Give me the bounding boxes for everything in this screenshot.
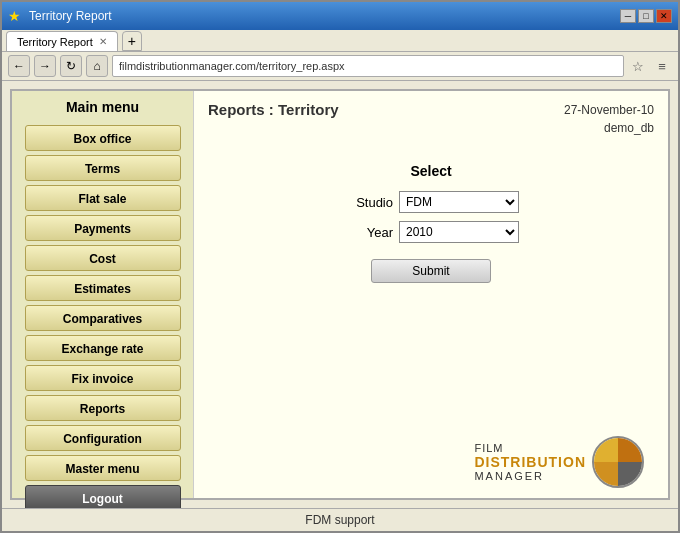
sidebar-item-payments[interactable]: Payments — [25, 215, 181, 241]
sidebar-item-flat-sale[interactable]: Flat sale — [25, 185, 181, 211]
sidebar-item-box-office[interactable]: Box office — [25, 125, 181, 151]
sidebar-item-exchange-rate[interactable]: Exchange rate — [25, 335, 181, 361]
tab-label: Territory Report — [17, 36, 93, 48]
panel-header: Reports : Territory 27-November-10 demo_… — [208, 101, 654, 137]
logo-distribution-text: DISTRIBUTION — [474, 454, 586, 470]
logo-quadrant-2 — [618, 438, 642, 462]
logo-text: film DISTRIBUTION Manager — [474, 442, 586, 482]
address-bar[interactable]: filmdistributionmanager.com/territory_re… — [112, 55, 624, 77]
panel-date: 27-November-10 — [564, 101, 654, 119]
sidebar-item-estimates[interactable]: Estimates — [25, 275, 181, 301]
forward-button[interactable]: → — [34, 55, 56, 77]
sidebar-item-reports[interactable]: Reports — [25, 395, 181, 421]
title-bar-icon: ★ — [8, 8, 21, 24]
submit-button[interactable]: Submit — [371, 259, 491, 283]
tab-bar: Territory Report ✕ + — [2, 30, 678, 52]
window-controls: ─ □ ✕ — [620, 9, 672, 23]
logo-quadrant-3 — [594, 462, 618, 486]
new-tab-button[interactable]: + — [122, 31, 142, 51]
app-window: ★ Territory Report ─ □ ✕ Territory Repor… — [0, 0, 680, 533]
studio-row: Studio FDM — [343, 191, 519, 213]
sidebar: Main menu Box office Terms Flat sale Pay… — [12, 91, 194, 498]
minimize-button[interactable]: ─ — [620, 9, 636, 23]
form-section-title: Select — [410, 163, 451, 179]
sidebar-item-fix-invoice[interactable]: Fix invoice — [25, 365, 181, 391]
sidebar-item-master-menu[interactable]: Master menu — [25, 455, 181, 481]
year-select[interactable]: 2010 — [399, 221, 519, 243]
main-panel: Reports : Territory 27-November-10 demo_… — [194, 91, 668, 498]
tab-close-button[interactable]: ✕ — [99, 36, 107, 47]
logo-box: film DISTRIBUTION Manager — [474, 436, 644, 488]
studio-label: Studio — [343, 195, 393, 210]
sidebar-item-configuration[interactable]: Configuration — [25, 425, 181, 451]
bookmark-icon[interactable]: ☆ — [628, 56, 648, 76]
logo-manager-text: Manager — [474, 470, 586, 482]
sidebar-item-logout[interactable]: Logout — [25, 485, 181, 508]
sidebar-item-comparatives[interactable]: Comparatives — [25, 305, 181, 331]
content-area: Main menu Box office Terms Flat sale Pay… — [2, 81, 678, 508]
panel-title: Reports : Territory — [208, 101, 339, 118]
back-button[interactable]: ← — [8, 55, 30, 77]
sidebar-item-cost[interactable]: Cost — [25, 245, 181, 271]
tools-icon[interactable]: ≡ — [652, 56, 672, 76]
form-section: Select Studio FDM Year 2010 Submit — [208, 163, 654, 283]
title-bar-text: Territory Report — [29, 9, 612, 23]
sidebar-title: Main menu — [66, 99, 139, 115]
title-bar: ★ Territory Report ─ □ ✕ — [2, 2, 678, 30]
year-label: Year — [343, 225, 393, 240]
year-row: Year 2010 — [343, 221, 519, 243]
tab-territory-report[interactable]: Territory Report ✕ — [6, 31, 118, 51]
logo-quadrant-1 — [594, 438, 618, 462]
footer-bar: FDM support — [2, 508, 678, 531]
refresh-button[interactable]: ↻ — [60, 55, 82, 77]
logo-area: film DISTRIBUTION Manager — [208, 426, 654, 488]
logo-circle — [592, 436, 644, 488]
close-button[interactable]: ✕ — [656, 9, 672, 23]
panel-db: demo_db — [564, 119, 654, 137]
maximize-button[interactable]: □ — [638, 9, 654, 23]
studio-select[interactable]: FDM — [399, 191, 519, 213]
nav-bar: ← → ↻ ⌂ filmdistributionmanager.com/terr… — [2, 52, 678, 81]
url-text: filmdistributionmanager.com/territory_re… — [119, 60, 617, 72]
home-button[interactable]: ⌂ — [86, 55, 108, 77]
logo-quadrant-4 — [618, 462, 642, 486]
panel-meta: 27-November-10 demo_db — [564, 101, 654, 137]
logo-film-text: film — [474, 442, 586, 454]
footer-label: FDM support — [305, 513, 374, 527]
inner-frame: Main menu Box office Terms Flat sale Pay… — [10, 89, 670, 500]
sidebar-item-terms[interactable]: Terms — [25, 155, 181, 181]
